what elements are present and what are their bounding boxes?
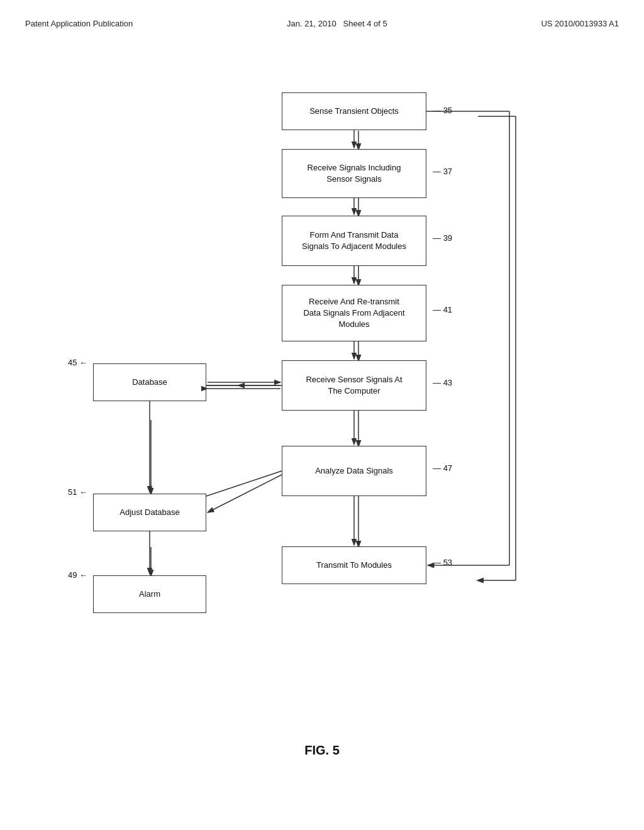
ref-receive-sensor-computer: — 43 [433,378,452,387]
ref-sense-transient: — 35 [433,106,452,115]
box-transmit-modules: Transmit To Modules [282,546,426,584]
svg-line-29 [208,475,282,512]
ref-transmit-modules: — 53 [433,558,452,567]
svg-line-12 [195,471,282,500]
box-analyze: Analyze Data Signals [282,446,426,496]
box-form-transmit: Form And Transmit Data Signals To Adjace… [282,216,426,266]
diagram-area: Sense Transient Objects — 35 Receive Sig… [25,47,619,770]
ref-form-transmit: — 39 [433,233,452,243]
page-header: Patent Application Publication Jan. 21, … [25,19,619,28]
box-receive-retransmit: Receive And Re-transmit Data Signals Fro… [282,285,426,341]
figure-label: FIG. 5 [304,743,340,758]
header-center: Jan. 21, 2010 Sheet 4 of 5 [287,19,387,28]
box-adjust-database: Adjust Database [93,494,206,531]
ref-alarm: 49 ← [68,570,87,580]
box-database: Database [93,363,206,401]
box-receive-signals: Receive Signals Including Sensor Signals [282,149,426,198]
ref-adjust-database: 51 ← [68,487,87,497]
ref-database: 45 ← [68,358,87,367]
box-sense-transient: Sense Transient Objects [282,92,426,130]
box-receive-sensor-computer: Receive Sensor Signals At The Computer [282,360,426,411]
header-right: US 2010/0013933 A1 [541,19,619,28]
ref-receive-retransmit: — 41 [433,305,452,314]
ref-analyze: — 47 [433,463,452,473]
patent-page: Patent Application Publication Jan. 21, … [0,0,644,830]
header-left: Patent Application Publication [25,19,133,28]
box-alarm: Alarm [93,575,206,613]
ref-receive-signals: — 37 [433,167,452,176]
